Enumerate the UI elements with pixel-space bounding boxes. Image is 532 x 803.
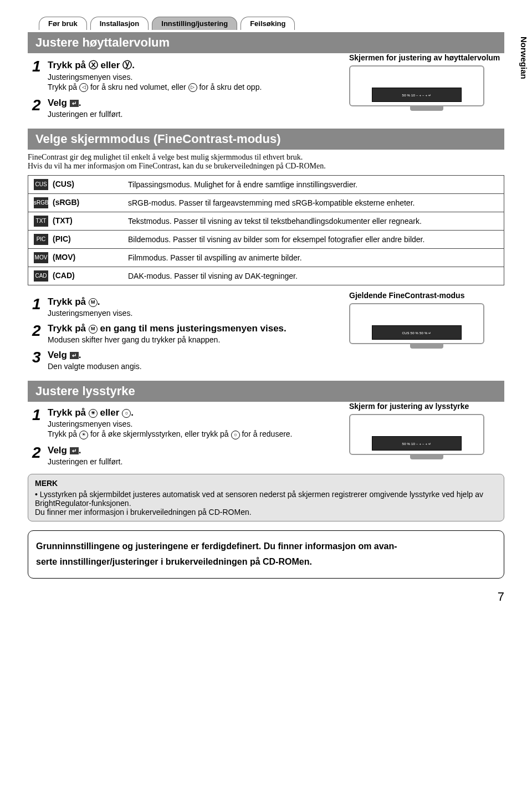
- mode-label: (CUS): [53, 180, 74, 188]
- section-title-finecontrast: Velge skjermmodus (FineContrast-modus): [28, 129, 504, 150]
- mode-desc: Filmmodus. Passer til avspilling av anim…: [122, 249, 504, 267]
- pic-icon: PIC: [34, 234, 48, 245]
- mode-desc: Tilpassingsmodus. Mulighet for å endre s…: [122, 176, 504, 194]
- table-row: CUS(CUS) Tilpassingsmodus. Mulighet for …: [28, 176, 504, 194]
- section-title-volume: Justere høyttalervolum: [28, 32, 504, 53]
- finecontrast-screen-label: Gjeldende FineContrast-modus: [349, 291, 504, 300]
- srgb-icon: sRGB: [34, 197, 48, 208]
- br-step1-sub: Justeringsmenyen vises.: [48, 420, 338, 428]
- fc-step3-title: Velg ↵.: [48, 350, 338, 361]
- brightness-down-icon: ☼: [231, 431, 240, 439]
- fc-step2-sub: Modusen skifter hver gang du trykker på …: [48, 335, 338, 344]
- br-step1-sub2: Trykk på ☀ for å øke skjermlysstyrken, e…: [48, 429, 338, 439]
- vol-up-icon: ▷: [188, 83, 197, 92]
- note-box: MERK • Lysstyrken på skjermbildet juster…: [28, 474, 504, 521]
- step2-title: Velg ↵.: [48, 98, 338, 109]
- step2-sub: Justeringen er fullført.: [48, 110, 338, 119]
- vol-down-icon: ◁: [79, 83, 88, 92]
- table-row: sRGB(sRGB) sRGB-modus. Passer til fargea…: [28, 194, 504, 212]
- mode-button-icon: M: [89, 325, 98, 334]
- mode-label: (MOV): [53, 253, 75, 262]
- cus-icon: CUS: [34, 179, 48, 190]
- step1-title-text: Trykk på ⓧ eller ⓨ.: [48, 60, 135, 70]
- section-title-brightness: Justere lysstyrke: [28, 381, 504, 402]
- fc-step1-sub: Justeringsmenyen vises.: [48, 309, 338, 318]
- note-title: MERK: [35, 479, 497, 488]
- br-step1-title: Trykk på ☀ eller ☼.: [48, 407, 338, 418]
- brightness-screen-label: Skjerm for justering av lysstyrke: [349, 402, 504, 411]
- note-body: • Lysstyrken på skjermbildet justeres au…: [35, 490, 497, 516]
- table-row: PIC(PIC) Bildemodus. Passer til visning …: [28, 231, 504, 249]
- enter-icon: ↵: [70, 447, 79, 454]
- enter-icon: ↵: [70, 352, 79, 359]
- step-number: 2: [32, 445, 48, 461]
- mode-desc: DAK-modus. Passer til visning av DAK-teg…: [122, 267, 504, 285]
- mode-desc: Bildemodus. Passer til visning av bilder…: [122, 231, 504, 249]
- monitor-finecontrast: CUS 50 % 50 % ↵: [349, 303, 484, 344]
- table-row: CAD(CAD) DAK-modus. Passer til visning a…: [28, 267, 504, 285]
- volume-screen-label: Skjermen for justering av høyttalervolum: [349, 53, 504, 62]
- final-box: Grunninnstillingene og justeringene er f…: [28, 530, 504, 579]
- step-number: 1: [32, 296, 48, 312]
- step-number: 3: [32, 350, 48, 365]
- fc-step3-sub: Den valgte modusen angis.: [48, 362, 338, 371]
- brightness-up-icon: ☀: [79, 431, 88, 439]
- tab-troubleshoot[interactable]: Feilsøking: [241, 17, 295, 30]
- cad-icon: CAD: [34, 270, 48, 282]
- mode-table: CUS(CUS) Tilpassingsmodus. Mulighet for …: [28, 175, 504, 285]
- mode-desc: Tekstmodus. Passer til visning av tekst …: [122, 212, 504, 231]
- monitor-volume: 50 % 10 − + − + ↵: [349, 65, 484, 106]
- osd-finecontrast: CUS 50 % 50 % ↵: [372, 325, 462, 340]
- fc-step2-title: Trykk på M en gang til mens justeringsme…: [48, 323, 338, 334]
- osd-brightness: 50 % 10 − + − + ↵: [372, 436, 462, 451]
- br-step2-title: Velg ↵.: [48, 445, 338, 456]
- br-step2-sub: Justeringen er fullført.: [48, 457, 338, 466]
- step-number: 1: [32, 407, 48, 423]
- table-row: MOV(MOV) Filmmodus. Passer til avspillin…: [28, 249, 504, 267]
- tab-settings[interactable]: Innstilling/justering: [152, 17, 237, 30]
- mode-label: (TXT): [53, 216, 73, 225]
- page-number: 7: [28, 590, 504, 604]
- step1-sub: Justeringsmenyen vises.: [48, 73, 338, 81]
- step-number: 2: [32, 323, 48, 339]
- enter-icon: ↵: [70, 100, 79, 107]
- table-row: TXT(TXT) Tekstmodus. Passer til visning …: [28, 212, 504, 231]
- step-number: 2: [32, 98, 48, 113]
- mode-label: (sRGB): [53, 198, 79, 207]
- mov-icon: MOV: [34, 252, 48, 263]
- finecontrast-intro: FineContrast gir deg mulighet til enkelt…: [28, 153, 504, 171]
- txt-icon: TXT: [34, 216, 48, 227]
- mode-desc: sRGB-modus. Passer til fargeavstemming m…: [122, 194, 504, 212]
- fc-step1-title: Trykk på M.: [48, 296, 338, 308]
- tab-before-use[interactable]: Før bruk: [39, 17, 87, 30]
- step1-sub2: Trykk på ◁ for å skru ned volumet, eller…: [48, 83, 338, 92]
- brightness-up-icon: ☀: [89, 409, 98, 418]
- mode-label: (CAD): [53, 271, 75, 280]
- step-number: 1: [32, 59, 48, 74]
- monitor-brightness: 50 % 10 − + − + ↵: [349, 414, 484, 455]
- tab-installation[interactable]: Installasjon: [90, 17, 149, 30]
- step1-title: Trykk på ⓧ eller ⓨ.: [48, 59, 338, 71]
- mode-button-icon: M: [89, 298, 98, 307]
- osd-volume: 50 % 10 − + − + ↵: [372, 88, 462, 102]
- mode-label: (PIC): [53, 234, 71, 243]
- language-label: Norwegian: [519, 37, 529, 79]
- brightness-down-icon: ☼: [122, 409, 131, 418]
